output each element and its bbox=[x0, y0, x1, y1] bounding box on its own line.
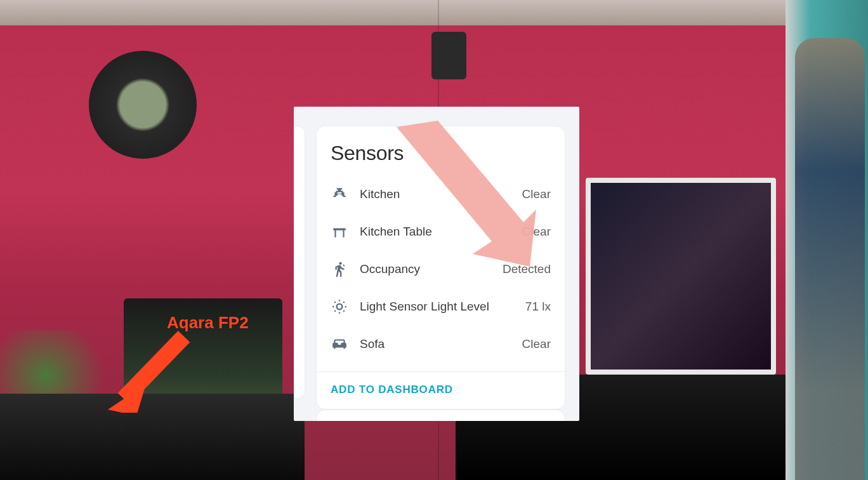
ceiling bbox=[0, 0, 868, 25]
tv-screen bbox=[586, 178, 776, 375]
sensor-label: Sofa bbox=[360, 337, 511, 351]
person-figure bbox=[795, 38, 865, 480]
faucet-icon bbox=[331, 185, 348, 203]
card-backdrop: Sensors Kitchen Clear Kitchen Table Clea… bbox=[294, 107, 579, 421]
sensor-value: Clear bbox=[522, 337, 551, 351]
table-icon bbox=[331, 223, 348, 241]
sensor-value: 71 lx bbox=[525, 300, 551, 314]
sensor-value: Clear bbox=[522, 225, 551, 239]
adjacent-card-edge bbox=[294, 126, 305, 399]
motion-icon bbox=[331, 260, 348, 278]
shelf-unit bbox=[0, 394, 305, 480]
sensor-row-kitchen-table[interactable]: Kitchen Table Clear bbox=[331, 213, 551, 250]
adjacent-card-bottom-edge bbox=[316, 410, 565, 421]
annotation-device-label: Aqara FP2 bbox=[167, 313, 249, 333]
sensor-value: Detected bbox=[503, 262, 551, 276]
brightness-icon bbox=[331, 298, 348, 316]
sensor-label: Kitchen bbox=[360, 187, 511, 201]
sensor-row-occupancy[interactable]: Occupancy Detected bbox=[331, 250, 551, 288]
sensor-row-sofa[interactable]: Sofa Clear bbox=[331, 325, 551, 363]
sensors-card: Sensors Kitchen Clear Kitchen Table Clea… bbox=[316, 126, 565, 410]
card-actions: ADD TO DASHBOARD bbox=[317, 371, 565, 409]
svg-point-3 bbox=[337, 303, 343, 309]
sensor-row-kitchen[interactable]: Kitchen Clear bbox=[331, 175, 551, 213]
card-title: Sensors bbox=[331, 142, 551, 165]
sensor-label: Light Sensor Light Level bbox=[360, 300, 514, 314]
sensor-label: Occupancy bbox=[360, 262, 491, 276]
add-to-dashboard-button[interactable]: ADD TO DASHBOARD bbox=[331, 383, 453, 396]
sensor-row-light-level[interactable]: Light Sensor Light Level 71 lx bbox=[331, 288, 551, 325]
sensor-label: Kitchen Table bbox=[360, 225, 511, 239]
wall-speaker bbox=[431, 32, 466, 79]
sofa-icon bbox=[331, 335, 348, 353]
sensor-value: Clear bbox=[522, 187, 551, 201]
wall-art-tree bbox=[89, 51, 197, 159]
